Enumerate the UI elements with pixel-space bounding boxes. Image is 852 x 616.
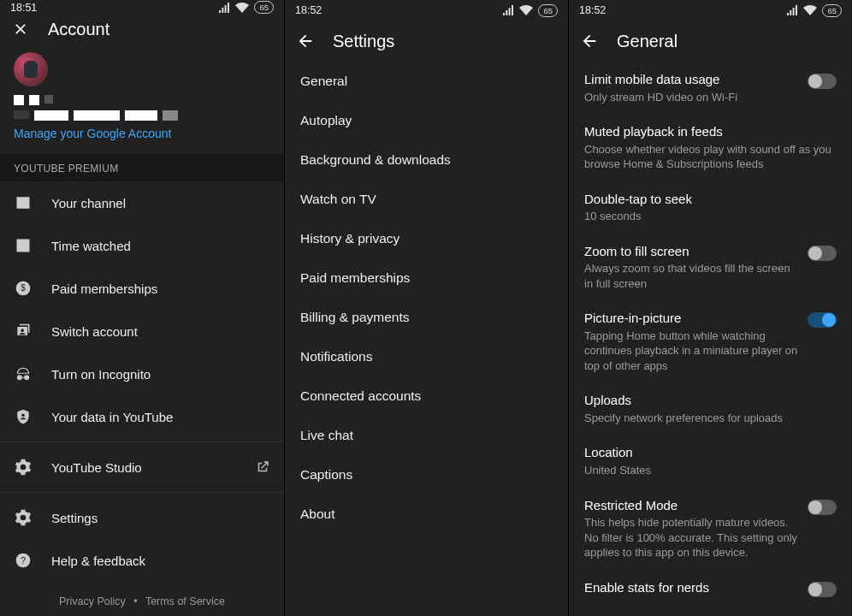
settings-item-background[interactable]: Background & downloads: [285, 140, 568, 180]
incognito-icon: [14, 364, 33, 383]
settings-item-general[interactable]: General: [285, 62, 568, 101]
setting-title: Restricted Mode: [584, 497, 799, 514]
general-app-bar: General: [569, 21, 852, 62]
signal-icon: [502, 5, 514, 15]
stats-nerds-toggle[interactable]: [808, 582, 837, 597]
your-channel-item[interactable]: Your channel: [0, 181, 284, 224]
settings-item-history[interactable]: History & privacy: [285, 219, 568, 258]
signal-icon: [218, 3, 230, 13]
terms-of-service-link[interactable]: Terms of Service: [145, 595, 225, 607]
person-box-icon: [14, 193, 33, 212]
switch-account-item[interactable]: Switch account: [0, 310, 284, 352]
general-list: Limit mobile data usage Only stream HD v…: [569, 62, 852, 607]
location-item[interactable]: Location United States: [569, 435, 852, 487]
your-data-item[interactable]: Your data in YouTube: [0, 395, 284, 438]
svg-text:$: $: [21, 283, 26, 293]
privacy-policy-link[interactable]: Privacy Policy: [59, 595, 126, 607]
svg-text:?: ?: [21, 555, 26, 566]
switch-account-icon: [14, 322, 33, 341]
setting-subtitle: Tapping Home button while watching conti…: [584, 329, 799, 374]
page-title: Settings: [333, 32, 394, 51]
status-bar: 18:52 65: [285, 0, 568, 21]
zoom-fill-toggle[interactable]: [808, 246, 837, 261]
setting-subtitle: Always zoom so that videos fill the scre…: [584, 261, 799, 291]
setting-title: Picture-in-picture: [584, 310, 799, 327]
back-icon[interactable]: [295, 31, 316, 51]
gear-icon: [14, 508, 33, 527]
paid-memberships-item[interactable]: $ Paid memberships: [0, 267, 284, 310]
youtube-studio-item[interactable]: YouTube Studio: [0, 446, 284, 489]
svg-point-2: [21, 329, 24, 332]
list-item-label: Paid memberships: [51, 281, 157, 296]
stats-nerds-item[interactable]: Enable stats for nerds: [569, 570, 852, 607]
redacted-email: [14, 110, 270, 121]
settings-item-captions[interactable]: Captions: [285, 455, 568, 495]
zoom-fill-item[interactable]: Zoom to fill screen Always zoom so that …: [569, 234, 852, 301]
settings-panel: 18:52 65 Settings General Autoplay Backg…: [284, 0, 568, 616]
setting-title: Limit mobile data usage: [584, 71, 799, 88]
setting-subtitle: 10 seconds: [584, 209, 837, 224]
battery-indicator: 65: [254, 1, 274, 14]
status-bar: 18:52 65: [569, 0, 852, 21]
setting-subtitle: Only stream HD video on Wi-Fi: [584, 90, 799, 105]
status-bar: 18:51 65: [0, 0, 284, 15]
settings-item-about[interactable]: About: [285, 495, 568, 534]
setting-title: Uploads: [584, 392, 837, 409]
settings-item-paid[interactable]: Paid memberships: [285, 258, 568, 298]
redacted-name: [14, 95, 270, 105]
limit-mobile-data-toggle[interactable]: [808, 74, 837, 89]
settings-item-billing[interactable]: Billing & payments: [285, 298, 568, 337]
dollar-circle-icon: $: [14, 279, 33, 298]
svg-point-4: [25, 376, 28, 379]
incognito-item[interactable]: Turn on Incognito: [0, 352, 284, 395]
settings-item-autoplay[interactable]: Autoplay: [285, 101, 568, 140]
setting-subtitle: This helps hide potentially mature video…: [584, 515, 799, 560]
wifi-icon: [803, 5, 817, 15]
setting-subtitle: Choose whether videos play with sound of…: [584, 142, 837, 172]
footer-links: Privacy Policy • Terms of Service: [0, 582, 284, 616]
limit-mobile-data-item[interactable]: Limit mobile data usage Only stream HD v…: [569, 62, 852, 114]
muted-playback-item[interactable]: Muted playback in feeds Choose whether v…: [569, 114, 852, 181]
page-title: General: [617, 32, 677, 51]
restricted-mode-item[interactable]: Restricted Mode This helps hide potentia…: [569, 488, 852, 570]
uploads-item[interactable]: Uploads Specify network preferences for …: [569, 382, 852, 435]
help-item[interactable]: ? Help & feedback: [0, 539, 284, 582]
page-title: Account: [48, 20, 109, 39]
setting-subtitle: Specify network preferences for uploads: [584, 411, 837, 426]
wifi-icon: [519, 5, 533, 15]
avatar[interactable]: [14, 52, 48, 86]
pip-toggle[interactable]: [808, 312, 837, 328]
bar-chart-icon: [14, 236, 33, 255]
battery-indicator: 65: [538, 4, 558, 17]
manage-google-account-link[interactable]: Manage your Google Account: [14, 127, 171, 149]
settings-item-connected[interactable]: Connected accounts: [285, 376, 568, 416]
list-item-label: Time watched: [51, 239, 131, 253]
signal-icon: [786, 5, 798, 15]
setting-title: Location: [584, 444, 837, 461]
settings-item-watch-tv[interactable]: Watch on TV: [285, 180, 568, 219]
list-item-label: Turn on Incognito: [51, 367, 151, 382]
shield-person-icon: [14, 407, 33, 426]
account-list: Your channel Time watched $ Paid members…: [0, 181, 284, 582]
account-panel: 18:51 65 Account Manage your Google Acco…: [0, 0, 284, 616]
setting-subtitle: United States: [584, 463, 837, 478]
status-time: 18:52: [295, 4, 322, 16]
back-icon[interactable]: [579, 31, 600, 51]
divider: [0, 492, 284, 493]
time-watched-item[interactable]: Time watched: [0, 224, 284, 267]
status-time: 18:51: [10, 2, 37, 14]
studio-gear-icon: [14, 458, 33, 477]
restricted-mode-toggle[interactable]: [808, 500, 837, 515]
profile-block: Manage your Google Account: [0, 44, 284, 154]
settings-item-notifications[interactable]: Notifications: [285, 337, 568, 376]
status-time: 18:52: [579, 4, 606, 16]
close-icon[interactable]: [10, 19, 31, 39]
settings-item[interactable]: Settings: [0, 496, 284, 539]
general-panel: 18:52 65 General Limit mobile data usage…: [568, 0, 852, 616]
settings-item-livechat[interactable]: Live chat: [285, 416, 568, 455]
open-external-icon: [255, 459, 270, 475]
account-app-bar: Account: [0, 15, 284, 44]
svg-point-3: [18, 376, 21, 379]
pip-item[interactable]: Picture-in-picture Tapping Home button w…: [569, 300, 852, 382]
double-tap-seek-item[interactable]: Double-tap to seek 10 seconds: [569, 181, 852, 234]
